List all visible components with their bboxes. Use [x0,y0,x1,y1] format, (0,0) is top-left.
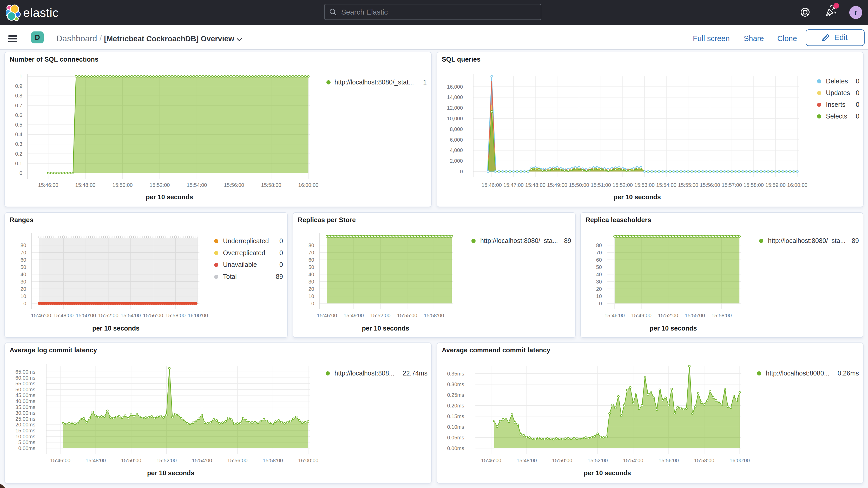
svg-text:15:51:00: 15:51:00 [591,182,611,188]
svg-text:15:49:00: 15:49:00 [344,313,364,318]
svg-text:http://localhost:808...: http://localhost:808... [335,369,395,377]
svg-text:12,000: 12,000 [447,105,463,111]
svg-text:0: 0 [279,237,283,245]
svg-text:15:54:00: 15:54:00 [192,458,212,463]
svg-text:per 10 seconds: per 10 seconds [650,325,697,332]
svg-text:15:58:00: 15:58:00 [424,313,444,318]
svg-text:30: 30 [21,279,26,284]
svg-text:15:52:00: 15:52:00 [150,182,170,188]
svg-text:80: 80 [596,242,602,248]
svg-text:0.7: 0.7 [15,103,22,109]
svg-text:40: 40 [308,272,314,277]
svg-text:80: 80 [21,242,26,248]
svg-text:60: 60 [21,257,26,263]
svg-text:6,000: 6,000 [450,137,463,143]
svg-text:80: 80 [308,242,314,248]
svg-text:2,000: 2,000 [450,158,463,164]
svg-text:40: 40 [21,272,26,277]
svg-text:15:48:00: 15:48:00 [75,182,96,188]
svg-text:15:53:00: 15:53:00 [634,182,655,188]
svg-text:15:54:00: 15:54:00 [121,313,141,318]
svg-text:15:48:00: 15:48:00 [53,313,73,318]
svg-text:15:46:00: 15:46:00 [38,182,59,188]
svg-text:0.20ms: 0.20ms [447,403,464,408]
svg-text:0: 0 [856,78,860,85]
svg-text:0.26ms: 0.26ms [838,369,859,377]
svg-text:60.00ms: 60.00ms [16,375,35,381]
svg-text:0: 0 [856,101,860,108]
svg-text:89: 89 [564,237,571,244]
svg-text:20: 20 [21,286,26,292]
svg-text:15:56:00: 15:56:00 [143,313,163,318]
svg-text:0.1: 0.1 [15,160,22,166]
svg-text:Unavailable: Unavailable [223,261,257,268]
svg-text:15:58:00: 15:58:00 [263,458,283,463]
svg-text:16:00:00: 16:00:00 [298,182,319,188]
svg-text:15:46:00: 15:46:00 [317,313,337,318]
svg-text:15:50:00: 15:50:00 [552,458,572,463]
svg-text:15:49:00: 15:49:00 [631,313,652,318]
svg-text:per 10 seconds: per 10 seconds [362,325,409,332]
svg-text:8,000: 8,000 [450,126,463,132]
svg-text:10,000: 10,000 [447,116,463,121]
svg-text:40: 40 [596,272,602,277]
svg-text:89: 89 [851,237,859,244]
svg-text:0: 0 [460,169,463,174]
svg-text:15:50:00: 15:50:00 [121,458,142,463]
svg-text:Total: Total [223,273,237,280]
svg-text:15:46:00: 15:46:00 [50,458,70,463]
svg-text:1: 1 [20,73,22,79]
svg-text:10: 10 [21,293,26,299]
svg-text:70: 70 [596,250,602,255]
svg-text:16:00:00: 16:00:00 [298,458,318,463]
svg-text:15.00ms: 15.00ms [16,428,35,433]
svg-text:0: 0 [856,89,860,96]
svg-text:60: 60 [596,257,602,263]
svg-text:15:58:00: 15:58:00 [744,182,764,188]
svg-text:0.5: 0.5 [15,122,22,128]
svg-text:30.00ms: 30.00ms [16,410,35,416]
svg-text:15:52:00: 15:52:00 [156,458,177,463]
svg-text:70: 70 [21,250,26,255]
svg-text:http://localhost:8080/_sta...: http://localhost:8080/_sta... [768,237,846,244]
svg-text:Selects: Selects [826,113,847,120]
svg-text:1: 1 [423,79,427,86]
svg-text:25.00ms: 25.00ms [16,416,35,422]
svg-text:40.00ms: 40.00ms [16,398,35,404]
svg-text:60: 60 [308,257,314,263]
svg-text:50.00ms: 50.00ms [16,387,35,392]
svg-text:Inserts: Inserts [826,101,845,108]
svg-text:15:52:00: 15:52:00 [613,182,633,188]
svg-text:50: 50 [308,264,314,270]
svg-text:0: 0 [599,301,602,306]
svg-text:10: 10 [596,293,602,299]
svg-text:16,000: 16,000 [447,84,463,90]
svg-text:0: 0 [279,249,283,256]
svg-text:15:58:00: 15:58:00 [165,313,186,318]
svg-text:15:55:00: 15:55:00 [685,313,705,318]
svg-text:0.10ms: 0.10ms [447,424,464,430]
svg-text:per 10 seconds: per 10 seconds [614,193,661,201]
svg-text:15:54:00: 15:54:00 [656,182,677,188]
svg-text:0.6: 0.6 [15,112,22,118]
svg-text:15:55:00: 15:55:00 [678,182,698,188]
svg-text:15:46:00: 15:46:00 [604,313,625,318]
svg-text:35.00ms: 35.00ms [16,404,35,410]
svg-text:15:50:00: 15:50:00 [113,182,133,188]
svg-text:0.30ms: 0.30ms [447,382,464,387]
svg-text:20: 20 [308,286,314,292]
svg-text:0.05ms: 0.05ms [447,435,464,440]
svg-text:Underreplicated: Underreplicated [223,237,269,245]
svg-text:15:52:00: 15:52:00 [370,313,391,318]
svg-text:15:47:00: 15:47:00 [503,182,524,188]
svg-text:30: 30 [308,279,314,284]
svg-text:15:50:00: 15:50:00 [75,313,96,318]
svg-text:0: 0 [279,261,283,268]
svg-text:0.3: 0.3 [15,141,22,147]
svg-text:0.8: 0.8 [15,93,22,98]
svg-text:15:50:00: 15:50:00 [569,182,589,188]
svg-text:15:58:00: 15:58:00 [261,182,281,188]
svg-text:20.00ms: 20.00ms [16,422,35,427]
svg-text:per 10 seconds: per 10 seconds [147,469,194,477]
svg-text:15:48:00: 15:48:00 [525,182,546,188]
